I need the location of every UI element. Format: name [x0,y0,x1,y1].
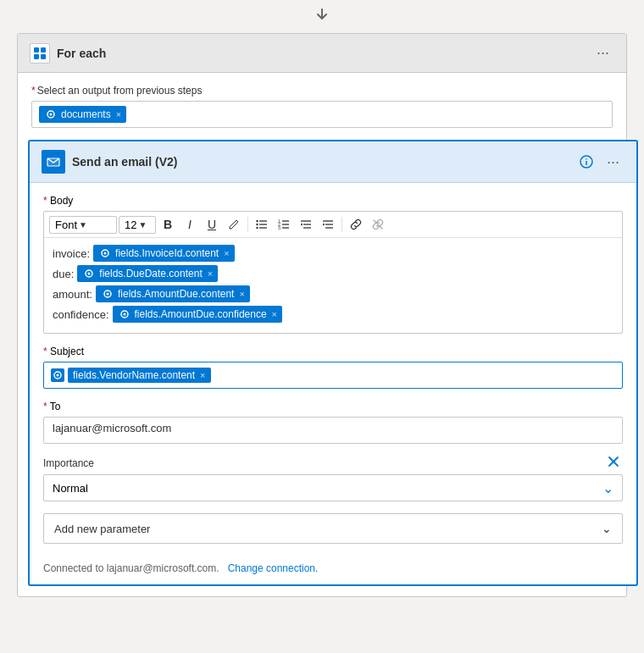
size-select-value: 12 [125,219,136,231]
for-each-title: For each [57,47,106,60]
svg-point-11 [256,220,258,222]
font-select[interactable]: Font ▼ [49,216,117,234]
for-each-ellipsis-button[interactable]: ··· [591,42,614,64]
add-param-label: Add new parameter [54,523,150,535]
amount-due-token: fields.AmountDue.content × [96,285,250,302]
svg-point-13 [256,224,258,225]
foreach-token-input[interactable]: documents × [31,101,613,128]
due-date-token: fields.DueDate.content × [77,265,218,282]
body-row-invoice: invoice: fields.InvoiceId.content × [53,245,613,262]
subject-token-icon [51,368,64,382]
font-select-arrow: ▼ [79,220,87,230]
importance-close-button[interactable] [604,456,623,470]
svg-point-15 [256,227,258,229]
body-label: * Body [43,195,623,207]
confidence-token-text: fields.AmountDue.confidence [135,308,267,320]
link-button[interactable] [346,216,366,233]
for-each-card: For each ··· *Select an output from prev… [17,33,627,597]
font-select-value: Font [55,219,77,231]
outdent-button[interactable] [296,217,316,232]
svg-text:3.: 3. [278,225,281,230]
importance-value: Normal [53,482,88,495]
documents-token: documents × [39,106,126,123]
body-content-area[interactable]: invoice: fields.InvoiceId.content × [44,238,622,333]
subject-section: * Subject fields.VendorName.content × [43,346,623,389]
flow-arrow [314,7,330,28]
email-card: Send an email (V2) ··· [28,140,638,586]
for-each-header: For each ··· [18,34,626,73]
invoice-label: invoice: [53,247,90,260]
bold-button[interactable]: B [158,215,178,234]
subject-token: fields.VendorName.content × [68,368,211,383]
invoice-token-text: fields.InvoiceId.content [115,247,219,259]
amount-label: amount: [53,288,92,301]
svg-rect-1 [41,47,46,53]
email-body: * Body Font ▼ 12 ▼ [30,183,636,556]
to-label: * To [43,401,623,412]
email-title: Send an email (V2) [72,155,177,169]
amount-token-icon [101,287,114,301]
invoice-id-token: fields.InvoiceId.content × [93,245,235,262]
body-row-confidence: confidence: fields.AmountDue.confidence … [53,306,613,323]
highlight-button[interactable] [224,216,244,233]
body-row-amount: amount: fields.AmountDue.content × [53,285,613,302]
body-editor[interactable]: Font ▼ 12 ▼ B I U [43,211,623,334]
subject-input-box[interactable]: fields.VendorName.content × [43,362,623,389]
amount-token-text: fields.AmountDue.content [118,288,234,300]
footer-connected-text: Connected to lajanuar@microsoft.com. [43,562,219,574]
to-input[interactable]: lajanuar@microsoft.com [43,417,623,444]
importance-section: Importance Normal ⌄ [43,456,623,501]
toolbar-divider-1 [247,217,248,232]
email-header-right: ··· [576,152,625,173]
subject-token-close[interactable]: × [200,370,205,380]
due-label: due: [53,268,74,280]
italic-button[interactable]: I [180,215,200,234]
svg-point-31 [104,252,107,255]
invoice-token-close[interactable]: × [224,248,229,258]
confidence-token: fields.AmountDue.confidence × [113,306,283,323]
unordered-list-button[interactable] [252,217,272,232]
documents-token-text: documents [61,108,111,120]
size-select[interactable]: 12 ▼ [119,216,156,234]
subject-label: * Subject [43,346,623,357]
for-each-body: *Select an output from previous steps do… [18,73,626,140]
ordered-list-button[interactable]: 1.2.3. [274,217,294,232]
svg-rect-2 [34,54,39,59]
toolbar-divider-2 [341,217,342,232]
importance-select[interactable]: Normal ⌄ [43,474,623,501]
add-param-arrow: ⌄ [602,522,612,535]
change-connection-link[interactable]: Change connection. [228,562,319,574]
indent-button[interactable] [318,217,338,232]
importance-dropdown-arrow: ⌄ [602,480,613,496]
email-footer: Connected to lajanuar@microsoft.com. Cha… [30,556,636,584]
for-each-header-left: For each [30,43,106,64]
body-row-due: due: fields.DueDate.content × [53,265,613,282]
importance-label: Importance [43,457,94,469]
confidence-token-icon [118,307,131,321]
subject-token-text: fields.VendorName.content [73,369,195,381]
documents-token-close[interactable]: × [116,109,121,119]
confidence-token-close[interactable]: × [272,309,277,319]
email-ellipsis-button[interactable]: ··· [602,152,625,173]
body-section: * Body Font ▼ 12 ▼ [43,195,623,334]
amount-token-close[interactable]: × [239,289,244,299]
svg-point-5 [50,113,53,116]
svg-point-10 [586,158,587,160]
svg-point-35 [106,293,108,296]
importance-header: Importance [43,456,623,470]
svg-rect-3 [41,54,46,59]
email-info-button[interactable] [576,152,597,172]
svg-point-39 [57,374,59,377]
due-token-close[interactable]: × [208,268,213,279]
email-app-icon [42,150,65,174]
underline-button[interactable]: U [202,215,222,234]
svg-point-37 [123,313,125,316]
foreach-select-label: *Select an output from previous steps [31,85,613,97]
unlink-button[interactable] [368,216,388,233]
email-header-left: Send an email (V2) [42,150,177,174]
for-each-icon [30,43,50,64]
svg-point-33 [88,273,91,275]
add-new-parameter-button[interactable]: Add new parameter ⌄ [43,513,623,544]
due-token-text: fields.DueDate.content [99,268,202,279]
svg-rect-0 [34,47,39,53]
